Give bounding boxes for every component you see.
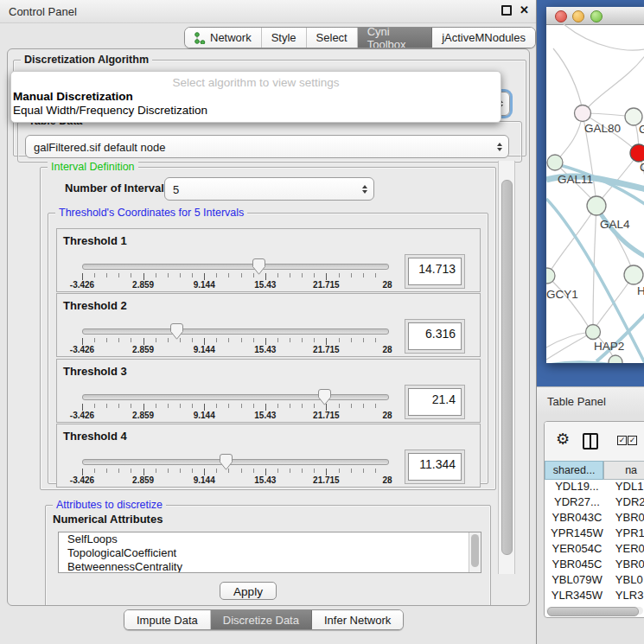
column-header-shared-name[interactable]: shared...: [545, 461, 603, 480]
slider-track[interactable]: [82, 394, 389, 400]
right-workspace: GAL80 G. C GAL11 GAL4 GCY1 H HAP2 Table …: [537, 0, 644, 644]
scale-label: 28: [382, 280, 392, 290]
table-data-group: Table Data galFiltered.sif default node: [17, 121, 522, 163]
threshold-value-field[interactable]: 11.344: [408, 453, 462, 481]
node-hap2[interactable]: [586, 325, 601, 340]
scale-label: 21.715: [313, 411, 340, 420]
scale-label: 15.43: [254, 280, 276, 290]
tab-discretize-data[interactable]: Discretize Data: [211, 610, 312, 629]
slider-track[interactable]: [82, 459, 389, 465]
node-gal11[interactable]: [547, 155, 563, 170]
scale-label: 21.715: [313, 280, 340, 290]
table-cell: YER0: [609, 542, 644, 558]
attribute-items: SelfLoops TopologicalCoefficient Between…: [59, 532, 481, 573]
thresholds-group: Threshold's Coordinates for 5 Intervals …: [48, 213, 488, 484]
table-panel-title: Table Panel: [547, 395, 606, 408]
slider-major-ticks: [82, 273, 387, 280]
table-row[interactable]: YDR27... YDR2: [545, 495, 644, 511]
tab-network[interactable]: Network: [185, 28, 262, 48]
threshold-value-field[interactable]: 21.4: [408, 388, 462, 416]
table-cell: YPR1: [609, 526, 644, 542]
table-data-combobox[interactable]: galFiltered.sif default node: [25, 135, 509, 158]
algorithm-dropdown-popup: Select algorithm to view settings Manual…: [10, 71, 501, 123]
tab-cyni-toolbox[interactable]: Cyni Toolbox: [358, 28, 432, 48]
node-label: GAL80: [584, 122, 621, 135]
apply-button[interactable]: Apply: [220, 582, 277, 600]
threshold-slider[interactable]: -3.426 2.859 9.144 15.43 21.715 28: [82, 456, 387, 487]
column-header-name[interactable]: na: [603, 461, 644, 480]
table-row[interactable]: YER054C YER0: [545, 542, 644, 558]
slider-track[interactable]: [82, 328, 389, 335]
list-item[interactable]: TopologicalCoefficient: [59, 546, 481, 560]
number-of-intervals-label: Number of Intervals: [65, 182, 170, 194]
list-item[interactable]: BetweennessCentrality: [59, 560, 481, 573]
network-icon: [194, 32, 206, 44]
node-label: H: [637, 284, 644, 297]
close-traffic-light-icon[interactable]: [555, 10, 567, 22]
node-gcy1[interactable]: [546, 268, 555, 284]
slider-track[interactable]: [82, 264, 389, 270]
table-header-row: shared... na: [545, 461, 644, 480]
table-row[interactable]: YBR045C YBR0: [545, 558, 644, 573]
node-gal4[interactable]: [587, 196, 606, 215]
tab-label: Cyni Toolbox: [367, 27, 422, 48]
network-canvas[interactable]: GAL80 G. C GAL11 GAL4 GCY1 H HAP2: [546, 24, 644, 363]
threshold-label: Threshold 3: [63, 365, 127, 378]
scale-label: 21.715: [313, 475, 340, 485]
attributes-listbox[interactable]: SelfLoops TopologicalCoefficient Between…: [58, 532, 481, 573]
node-table: shared... na YDL19... YDL1 YDR27... YDR2…: [545, 461, 644, 618]
tab-style[interactable]: Style: [262, 28, 307, 48]
close-icon[interactable]: ✕: [520, 4, 529, 16]
tab-jactivemnodules[interactable]: jActiveMNodules: [432, 28, 535, 48]
tab-label: Style: [271, 31, 296, 44]
node-bottom-partial[interactable]: [609, 355, 622, 363]
table-cell: YDL1: [609, 480, 644, 495]
table-row[interactable]: YPR145W YPR1: [545, 526, 644, 542]
float-window-icon[interactable]: [501, 5, 512, 16]
scale-label: 9.144: [194, 411, 215, 420]
tab-select[interactable]: Select: [307, 28, 358, 48]
table-row[interactable]: YBL079W YBL0: [545, 573, 644, 589]
list-item[interactable]: SelfLoops: [59, 532, 481, 546]
select-all-columns-icon[interactable]: ✓: [617, 436, 627, 445]
tab-impute-data[interactable]: Impute Data: [124, 610, 211, 629]
list-scrollbar[interactable]: [469, 532, 481, 572]
slider-major-ticks: [82, 338, 387, 345]
slider-major-ticks: [82, 404, 387, 411]
threshold-label: Threshold 2: [63, 299, 127, 312]
dropdown-placeholder: Select algorithm to view settings: [11, 76, 501, 89]
minimize-traffic-light-icon[interactable]: [572, 10, 584, 22]
threshold-slider[interactable]: -3.426 2.859 9.144 15.43 21.715 28: [82, 260, 387, 291]
zoom-traffic-light-icon[interactable]: [590, 10, 603, 22]
gear-icon[interactable]: ⚙: [556, 431, 570, 447]
bottom-tab-bar: Impute Data Discretize Data Infer Networ…: [124, 609, 404, 630]
table-cell: YER054C: [545, 542, 609, 558]
node-red-selected[interactable]: [630, 144, 644, 162]
group-title: Attributes to discretize: [53, 499, 166, 511]
scale-label: -3.426: [70, 345, 94, 354]
node-gal80[interactable]: [575, 105, 591, 122]
table-columns-icon[interactable]: [583, 433, 598, 450]
scale-label: -3.426: [70, 280, 94, 290]
panel-scrollbar[interactable]: [498, 161, 515, 574]
threshold-value-field[interactable]: 14.713: [408, 258, 462, 285]
table-row[interactable]: YLR345W YLR3: [545, 589, 644, 604]
tab-infer-network[interactable]: Infer Network: [312, 610, 403, 629]
tab-label: Network: [210, 31, 252, 44]
threshold-value-field[interactable]: 6.316: [408, 322, 462, 350]
dropdown-option-manual[interactable]: Manual Discretization: [13, 90, 133, 103]
scale-label: 15.43: [254, 345, 276, 354]
node-label: GAL4: [600, 218, 630, 231]
threshold-slider[interactable]: -3.426 2.859 9.144 15.43 21.715 28: [82, 325, 387, 356]
node-label: HAP2: [594, 340, 624, 353]
table-horizontal-scrollbar[interactable]: [546, 607, 643, 615]
number-of-intervals-combobox[interactable]: 5: [164, 177, 374, 201]
dropdown-option-equal-width[interactable]: Equal Width/Frequency Discretization: [13, 104, 207, 117]
node-h[interactable]: [624, 265, 643, 284]
scale-label: 15.43: [254, 411, 276, 420]
threshold-slider[interactable]: -3.426 2.859 9.144 15.43 21.715 28: [82, 391, 387, 422]
unselect-columns-icon[interactable]: ✓: [628, 436, 637, 445]
table-row[interactable]: YBR043C YBR0: [545, 511, 644, 526]
table-row[interactable]: YDL19... YDL1: [545, 480, 644, 495]
slider-scale-labels: -3.426 2.859 9.144 15.43 21.715 28: [82, 345, 387, 355]
